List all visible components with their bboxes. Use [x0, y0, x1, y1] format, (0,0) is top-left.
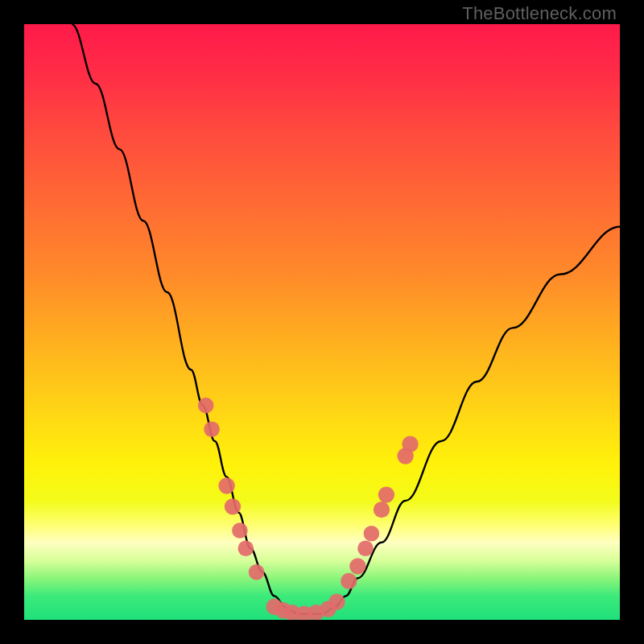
marker-dot [374, 502, 390, 518]
marker-dot [218, 477, 234, 493]
bottleneck-curve [72, 24, 620, 614]
marker-dot [402, 436, 418, 452]
marker-dot [249, 564, 265, 580]
marker-dot [328, 594, 345, 610]
marker-dot [232, 522, 248, 539]
marker-dot [364, 526, 380, 542]
chart-frame: TheBottleneck.com [0, 0, 644, 644]
marker-dot [204, 421, 220, 437]
marker-dot [349, 558, 365, 574]
marker-dot [225, 498, 241, 514]
curve-layer [24, 24, 620, 620]
marker-dot [341, 573, 357, 589]
marker-dot [238, 540, 254, 556]
plot-area [24, 24, 620, 620]
marker-dot [357, 540, 374, 556]
watermark-text: TheBottleneck.com [462, 3, 617, 24]
marker-dot [378, 486, 394, 502]
marker-dot [198, 398, 214, 414]
curve-markers [198, 398, 419, 620]
